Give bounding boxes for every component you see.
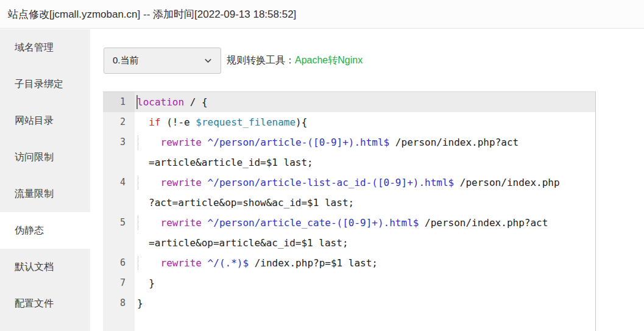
line-number: 3 [103, 132, 135, 173]
code-row: } [135, 273, 595, 293]
code-token: /person/index.php [454, 177, 559, 188]
code-line: rewrite ^/person/article_cate-([0-9]+).h… [135, 213, 595, 253]
code-token [202, 257, 208, 269]
code-token: } [137, 277, 155, 289]
sidebar-item-access-limit[interactable]: 访问限制 [0, 139, 90, 176]
code-token: rewrite [161, 217, 202, 229]
code-token: ^/(.*)$ [208, 257, 249, 269]
editor-line: 3 rewrite ^/person/article-([0-9]+).html… [103, 132, 595, 173]
dialog-titlebar: 站点修改[jcmall.yzmoban.cn] -- 添加时间[2022-09-… [0, 0, 644, 29]
line-number: 7 [103, 273, 135, 293]
code-token: (!-e [161, 116, 196, 128]
code-row: rewrite ^/(.*)$ /index.php?p=$1 last; [135, 253, 595, 273]
dialog-title: 站点修改[jcmall.yzmoban.cn] -- 添加时间[2022-09-… [0, 7, 296, 21]
sidebar-item-default-doc[interactable]: 默认文档 [0, 249, 90, 285]
code-token: ?act=article&op=show&ac_id=$1 last; [149, 197, 354, 208]
line-number: 6 [103, 253, 135, 273]
code-token: ){ [295, 116, 307, 128]
editor-line: 8 } [103, 293, 595, 313]
code-token: } [137, 297, 143, 309]
code-line: rewrite ^/person/article-list-ac_id-([0-… [135, 173, 595, 213]
code-token [137, 257, 161, 269]
code-token [137, 137, 161, 148]
rewrite-code-editor[interactable]: 1 location / { 2 if (!-e $request_filena… [103, 91, 596, 331]
chevron-down-icon [203, 56, 213, 65]
code-row: =article&article_id=$1 last; [135, 152, 595, 173]
rule-template-select-value: 0.当前 [113, 55, 139, 66]
sidebar-item-traffic-limit[interactable]: 流量限制 [0, 176, 90, 212]
code-token [137, 217, 161, 229]
code-token: /index.php?p=$1 last; [249, 257, 378, 269]
rule-template-select[interactable]: 0.当前 [104, 48, 221, 74]
code-token: ^/person/article-([0-9]+).html$ [208, 137, 390, 148]
code-line: rewrite ^/person/article-([0-9]+).html$ … [135, 132, 595, 173]
line-number: 1 [103, 92, 135, 112]
line-number: 5 [103, 213, 135, 253]
code-token: ^/person/article_cate-([0-9]+).html$ [208, 217, 419, 229]
code-line: if (!-e $request_filename){ [135, 112, 595, 132]
text-cursor [136, 95, 138, 109]
editor-line: 6 rewrite ^/(.*)$ /index.php?p=$1 last; [103, 253, 595, 273]
code-token: rewrite [161, 257, 202, 269]
sidebar-item-site-directory[interactable]: 网站目录 [0, 102, 90, 139]
code-token: rewrite [161, 137, 202, 148]
code-token [137, 177, 161, 188]
editor-line: 5 rewrite ^/person/article_cate-([0-9]+)… [103, 213, 595, 253]
converter-tool-label: 规则转换工具： [227, 54, 295, 67]
line-number: 2 [103, 112, 135, 132]
code-row: rewrite ^/person/article_cate-([0-9]+).h… [135, 213, 595, 233]
code-row: rewrite ^/person/article-list-ac_id-([0-… [135, 173, 595, 193]
code-row: rewrite ^/person/article-([0-9]+).html$ … [135, 132, 595, 152]
line-number: 4 [103, 173, 135, 213]
editor-line: 7 } [103, 273, 595, 293]
sidebar-item-domain-manage[interactable]: 域名管理 [0, 29, 90, 66]
code-token: /person/index.php?act [419, 217, 548, 229]
editor-line: 2 if (!-e $request_filename){ [103, 112, 595, 132]
code-token: if [149, 116, 160, 128]
sidebar-item-subdir-bind[interactable]: 子目录绑定 [0, 66, 90, 102]
code-token [202, 137, 208, 148]
code-token [202, 177, 208, 188]
code-row: if (!-e $request_filename){ [135, 112, 595, 132]
code-row: ?act=article&op=show&ac_id=$1 last; [135, 193, 595, 213]
code-token: $request_filename [196, 116, 295, 128]
code-token [202, 217, 208, 229]
code-line: } [135, 293, 595, 313]
code-line: } [135, 273, 595, 293]
code-token: /person/index.php?act [389, 137, 518, 148]
rewrite-toolbar: 0.当前 规则转换工具： Apache转Nginx [104, 48, 363, 74]
code-token: rewrite [161, 177, 202, 188]
editor-lines: 1 location / { 2 if (!-e $request_filena… [103, 92, 595, 313]
code-token: ^/person/article-list-ac_id-([0-9]+).htm… [208, 177, 455, 188]
sidebar: 域名管理子目录绑定网站目录访问限制流量限制伪静态默认文档配置文件 [0, 29, 90, 331]
code-token [137, 116, 149, 128]
code-row: } [135, 293, 595, 313]
code-line: location / { [135, 92, 595, 112]
line-number: 8 [103, 293, 135, 313]
sidebar-item-config-file[interactable]: 配置文件 [0, 285, 90, 322]
code-token: =article&op=article&ac_id=$1 last; [149, 237, 349, 249]
main-panel: 0.当前 规则转换工具： Apache转Nginx 1 location / {… [90, 29, 644, 331]
apache-to-nginx-link[interactable]: Apache转Nginx [295, 54, 363, 67]
editor-line: 1 location / { [103, 92, 595, 112]
code-token: =article&article_id=$1 last; [149, 157, 313, 168]
code-row: location / { [135, 92, 595, 112]
sidebar-item-rewrite[interactable]: 伪静态 [0, 212, 90, 249]
code-token: location [137, 96, 184, 108]
code-row: =article&op=article&ac_id=$1 last; [135, 233, 595, 253]
code-line: rewrite ^/(.*)$ /index.php?p=$1 last; [135, 253, 595, 273]
editor-line: 4 rewrite ^/person/article-list-ac_id-([… [103, 173, 595, 213]
code-token: / { [184, 96, 208, 108]
